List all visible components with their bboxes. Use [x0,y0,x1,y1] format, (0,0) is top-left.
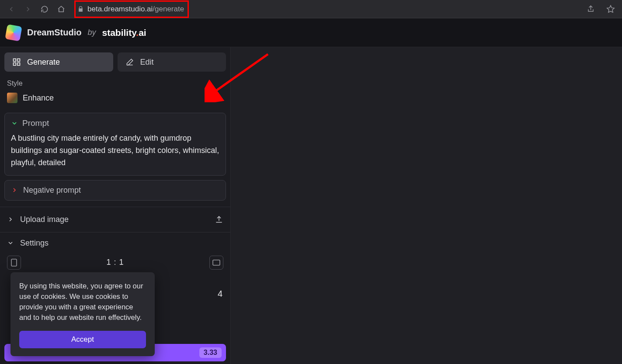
ratio-value: 1 : 1 [25,258,205,267]
mode-tabs: Generate Edit [0,47,230,77]
style-picker[interactable]: Enhance [7,90,223,106]
url-text: beta.dreamstudio.ai/generate [87,5,184,14]
company-name: stability.ai [102,28,146,38]
tab-edit[interactable]: Edit [118,52,226,72]
tab-label: Edit [140,58,154,67]
tab-generate[interactable]: Generate [4,52,113,72]
sidebar: Generate Edit Style Enhance [0,47,231,364]
star-icon[interactable] [604,2,618,16]
tab-label: Generate [27,58,60,67]
browser-toolbar: beta.dreamstudio.ai/generate [0,0,622,18]
upload-label: Upload image [20,215,208,224]
aspect-ratio-row: 1 : 1 [0,251,230,270]
share-icon[interactable] [584,2,598,16]
grid-icon [12,58,21,66]
prompt-header[interactable]: Prompt [5,113,226,131]
svg-rect-2 [14,63,16,66]
svg-rect-0 [14,59,16,62]
svg-rect-4 [11,259,17,266]
chevron-right-icon [215,94,223,102]
brand-by-label: by [87,28,96,37]
reload-button[interactable] [38,2,52,16]
prompt-panel: Prompt A bustling city made entirely of … [4,113,226,176]
chevron-down-icon [11,120,18,127]
dreamstudio-logo-icon [5,24,22,41]
accept-button[interactable]: Accept [19,331,146,348]
upload-icon[interactable] [215,215,223,224]
negative-prompt-label: Negative prompt [23,186,81,195]
style-value: Enhance [23,94,210,103]
forward-button[interactable] [21,2,35,16]
ratio-landscape-button[interactable] [209,256,223,270]
url-highlight-annotation: beta.dreamstudio.ai/generate [74,0,189,18]
settings-label: Settings [20,239,49,248]
svg-rect-3 [17,63,20,66]
svg-rect-1 [17,59,20,62]
prompt-title: Prompt [22,118,49,128]
chevron-right-icon [11,187,18,194]
app-header: DreamStudio by stability.ai [0,18,622,47]
svg-rect-5 [213,260,220,265]
style-thumbnail-icon [7,93,17,103]
image-count-value: 4 [218,289,222,299]
canvas-area [231,47,622,364]
settings-toggle[interactable]: Settings [0,232,230,251]
cookie-text: By using this website, you agree to our … [19,281,146,323]
upload-image-row[interactable]: Upload image [0,207,230,232]
back-button[interactable] [4,2,18,16]
pencil-square-icon [125,58,134,66]
credit-badge: 3.33 [199,347,222,358]
home-button[interactable] [54,2,68,16]
lock-icon [77,6,84,12]
product-name: DreamStudio [27,28,81,38]
address-bar[interactable]: beta.dreamstudio.ai/generate [74,0,189,18]
ratio-portrait-button[interactable] [7,256,21,270]
negative-prompt-toggle[interactable]: Negative prompt [4,180,226,201]
chevron-down-icon [7,239,14,246]
style-label: Style [7,80,223,87]
workspace: Generate Edit Style Enhance [0,47,622,364]
chevron-right-icon [7,216,14,223]
prompt-textarea[interactable]: A bustling city made entirely of candy, … [5,131,226,175]
cookie-dialog: By using this website, you agree to our … [10,272,155,356]
